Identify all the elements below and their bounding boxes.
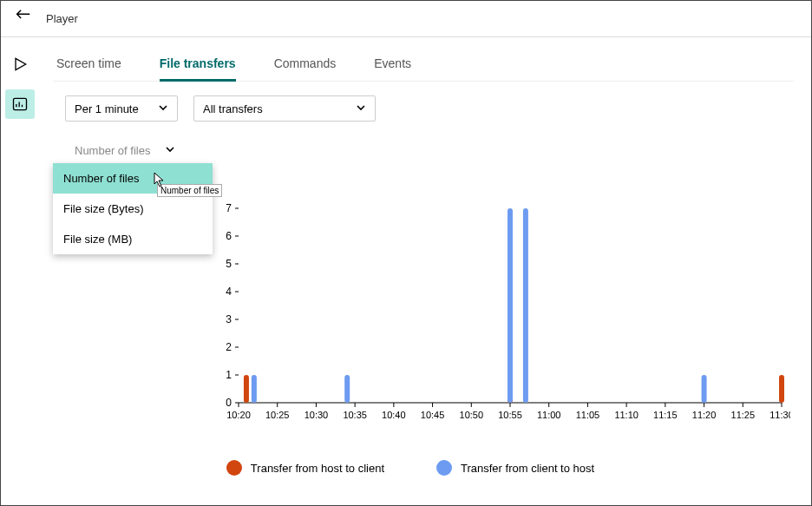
svg-rect-53 — [508, 208, 513, 403]
tab-commands[interactable]: Commands — [274, 48, 337, 82]
svg-text:11:15: 11:15 — [653, 410, 678, 420]
file-transfers-chart: 0123456710:2010:2510:3010:3510:4010:4510… — [218, 203, 794, 429]
legend: Transfer from host to client Transfer fr… — [53, 460, 794, 476]
svg-rect-55 — [702, 375, 707, 403]
svg-text:11:00: 11:00 — [537, 410, 561, 420]
svg-text:3: 3 — [226, 313, 232, 325]
svg-text:10:40: 10:40 — [382, 410, 406, 420]
svg-text:6: 6 — [226, 230, 232, 242]
legend-dot-icon — [436, 460, 452, 476]
legend-client-to-host: Transfer from client to host — [436, 460, 594, 476]
svg-text:4: 4 — [226, 286, 232, 298]
metric-value: Number of files — [75, 144, 150, 157]
svg-text:0: 0 — [226, 397, 232, 409]
svg-text:1: 1 — [226, 369, 232, 381]
svg-text:10:45: 10:45 — [421, 410, 445, 420]
chevron-down-icon — [356, 102, 366, 115]
svg-text:2: 2 — [226, 341, 232, 353]
svg-text:10:25: 10:25 — [265, 410, 290, 420]
tooltip: Number of files — [157, 184, 222, 197]
scope-dropdown[interactable]: All transfers — [193, 95, 376, 122]
svg-text:10:20: 10:20 — [226, 410, 251, 420]
svg-text:10:55: 10:55 — [498, 410, 522, 420]
interval-value: Per 1 minute — [75, 102, 139, 115]
svg-rect-51 — [252, 375, 257, 403]
svg-text:7: 7 — [226, 203, 232, 214]
svg-text:11:25: 11:25 — [731, 410, 756, 420]
interval-dropdown[interactable]: Per 1 minute — [65, 95, 178, 122]
svg-rect-0 — [14, 98, 27, 109]
page-title: Player — [46, 12, 78, 25]
svg-rect-48 — [244, 375, 249, 403]
menu-item-file-size-mb[interactable]: File size (MB) — [53, 224, 213, 254]
svg-rect-52 — [344, 375, 350, 403]
svg-rect-54 — [523, 208, 528, 403]
header: Player — [1, 1, 811, 37]
svg-text:11:30: 11:30 — [769, 410, 790, 420]
chart-view-button[interactable] — [5, 89, 35, 119]
tab-screen-time[interactable]: Screen time — [56, 48, 121, 82]
play-button[interactable] — [5, 49, 35, 79]
menu-item-file-size-bytes[interactable]: File size (Bytes) — [53, 194, 213, 224]
svg-text:10:35: 10:35 — [343, 410, 367, 420]
svg-text:5: 5 — [226, 258, 232, 270]
svg-text:10:30: 10:30 — [304, 410, 329, 420]
tab-events[interactable]: Events — [374, 48, 411, 82]
metric-menu: Number of files Number of files File siz… — [53, 163, 213, 254]
svg-text:10:50: 10:50 — [460, 410, 484, 420]
chevron-down-icon — [158, 102, 168, 115]
back-icon[interactable] — [13, 8, 32, 30]
legend-dot-icon — [226, 460, 242, 476]
chevron-down-icon — [165, 144, 175, 157]
svg-text:11:20: 11:20 — [692, 410, 717, 420]
tab-file-transfers[interactable]: File transfers — [160, 48, 236, 82]
legend-host-to-client: Transfer from host to client — [226, 460, 384, 476]
cursor-icon — [154, 172, 166, 190]
svg-text:11:05: 11:05 — [576, 410, 600, 420]
tabs: Screen time File transfers Commands Even… — [53, 48, 794, 82]
metric-dropdown[interactable]: Number of files — [65, 137, 185, 163]
menu-item-number-of-files[interactable]: Number of files Number of files — [53, 163, 213, 194]
left-rail — [1, 37, 39, 505]
scope-value: All transfers — [203, 102, 263, 115]
svg-text:11:10: 11:10 — [614, 410, 638, 420]
svg-rect-50 — [779, 375, 784, 403]
